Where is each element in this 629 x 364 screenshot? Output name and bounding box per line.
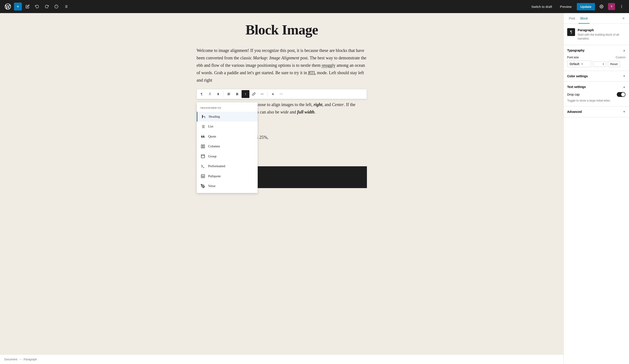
transform-item-pullquote-label: Pullquote — [208, 174, 221, 179]
transform-item-preformatted[interactable]: Preformatted — [197, 161, 258, 171]
typography-section: Typography ▲ Font size Custom Default ▼ … — [564, 45, 629, 71]
block-name: Paragraph — [578, 28, 626, 32]
columns-icon — [200, 144, 205, 149]
typography-label: Typography — [567, 49, 585, 52]
paragraph-type-button[interactable]: ¶ — [198, 90, 205, 98]
link-button[interactable] — [250, 90, 258, 98]
wp-logo[interactable] — [3, 2, 12, 11]
transform-item-columns-label: Columns — [208, 144, 220, 149]
post-body: Welcome to image alignment! If you recog… — [197, 47, 367, 188]
breadcrumb-paragraph[interactable]: Paragraph — [23, 358, 37, 361]
align-button[interactable] — [225, 90, 233, 98]
options-button[interactable]: ⋯ — [277, 90, 285, 98]
transform-item-preformatted-label: Preformatted — [208, 164, 225, 169]
bold-button[interactable]: B — [233, 90, 241, 98]
typography-section-body: Font size Custom Default ▼ ⬍ Reset — [564, 56, 629, 71]
list-icon — [200, 124, 205, 129]
drag-handle-button[interactable]: ⠿ — [206, 90, 214, 98]
color-settings-label: Color settings — [567, 74, 588, 78]
block-tab[interactable]: Block — [579, 13, 590, 24]
more-options-toolbar-button[interactable] — [258, 90, 266, 98]
svg-point-10 — [621, 5, 622, 6]
transform-item-quote[interactable]: Quote — [197, 132, 258, 142]
switch-to-draft-button[interactable]: Switch to draft — [529, 3, 555, 10]
custom-font-size-input[interactable]: ⬍ — [593, 61, 606, 67]
transform-label: TRANSFORM TO — [197, 104, 258, 112]
color-settings-chevron-icon: ▼ — [623, 75, 626, 78]
svg-point-14 — [262, 94, 263, 94]
italic-button[interactable]: I — [242, 90, 249, 98]
font-size-select[interactable]: Default ▼ — [567, 61, 591, 67]
svg-point-29 — [202, 185, 203, 186]
more-options-button[interactable] — [618, 3, 626, 10]
editor-area[interactable]: Block Image Welcome to image alignment! … — [0, 13, 564, 364]
svg-rect-27 — [201, 175, 205, 178]
custom-label: Custom — [616, 56, 626, 59]
breadcrumb-document[interactable]: Document — [4, 358, 17, 361]
svg-point-11 — [621, 6, 622, 7]
transform-item-quote-label: Quote — [208, 134, 216, 139]
block-description: Start with the building block of all nar… — [578, 33, 626, 41]
edit-mode-button[interactable] — [23, 3, 31, 10]
breadcrumb-arrow-icon: → — [19, 358, 22, 361]
font-size-label: Font size — [567, 56, 579, 59]
settings-button[interactable] — [598, 3, 606, 10]
sidebar: Post Block × ¶ Paragraph Start with the … — [564, 13, 629, 364]
more-rich-text-button[interactable]: ▾ — [269, 90, 277, 98]
transform-dropdown: TRANSFORM TO Heading List — [197, 102, 258, 193]
heading-icon — [201, 114, 206, 119]
drop-cap-row: Drop cap — [567, 92, 626, 97]
toolbar-divider-2 — [267, 91, 268, 97]
yoast-badge[interactable]: Y — [608, 3, 615, 10]
advanced-section: Advanced ▼ — [564, 106, 629, 117]
sidebar-tabs: Post Block × — [564, 13, 629, 24]
svg-rect-24 — [201, 155, 205, 158]
svg-point-13 — [261, 94, 261, 94]
move-button[interactable]: ⬍ — [214, 90, 222, 98]
sidebar-close-button[interactable]: × — [621, 15, 626, 22]
svg-rect-23 — [203, 145, 205, 148]
list-view-button[interactable] — [62, 3, 70, 10]
sidebar-block-info: ¶ Paragraph Start with the building bloc… — [564, 24, 629, 45]
color-settings-header[interactable]: Color settings ▼ — [564, 71, 629, 81]
drop-cap-description: Toggle to show a large initial letter. — [567, 99, 626, 102]
text-settings-header[interactable]: Text settings ▲ — [564, 82, 629, 92]
stepper-icon: ⬍ — [602, 63, 604, 65]
post-tab[interactable]: Post — [567, 13, 577, 24]
top-bar-left: + — [3, 2, 70, 11]
info-button[interactable] — [52, 3, 60, 10]
toolbar-divider — [223, 91, 224, 97]
transform-item-list[interactable]: List — [197, 122, 258, 132]
font-size-arrow-icon: ▼ — [581, 63, 583, 65]
preformatted-icon — [200, 164, 205, 169]
transform-item-columns[interactable]: Columns — [197, 141, 258, 151]
svg-point-15 — [263, 94, 263, 94]
svg-point-9 — [601, 6, 602, 7]
update-button[interactable]: Update — [577, 3, 595, 10]
advanced-section-header[interactable]: Advanced ▼ — [564, 106, 629, 117]
top-bar-right: Switch to draft Preview Update Y — [529, 3, 626, 10]
typography-section-header[interactable]: Typography ▲ — [564, 45, 629, 56]
text-settings-label: Text settings — [567, 85, 586, 89]
drop-cap-label: Drop cap — [567, 93, 580, 96]
svg-point-12 — [621, 8, 622, 8]
undo-button[interactable] — [33, 3, 41, 10]
transform-item-pullquote[interactable]: Pullquote — [197, 171, 258, 181]
paragraph-1: Welcome to image alignment! If you recog… — [197, 47, 367, 84]
editor-content: Block Image Welcome to image alignment! … — [197, 22, 367, 188]
color-settings-section: Color settings ▼ — [564, 71, 629, 82]
pullquote-icon — [200, 174, 205, 179]
group-icon — [200, 154, 205, 159]
drop-cap-toggle[interactable] — [617, 92, 626, 97]
text-settings-body: Drop cap Toggle to show a large initial … — [564, 92, 629, 106]
transform-item-list-label: List — [208, 124, 213, 129]
transform-item-group[interactable]: Group — [197, 151, 258, 162]
preview-button[interactable]: Preview — [557, 3, 574, 10]
text-settings-chevron-icon: ▲ — [623, 85, 626, 88]
redo-button[interactable] — [43, 3, 51, 10]
transform-item-verse[interactable]: Verse — [197, 181, 258, 191]
verse-icon — [200, 183, 205, 189]
transform-item-heading[interactable]: Heading — [197, 112, 258, 122]
reset-button[interactable]: Reset — [608, 61, 620, 67]
add-block-button[interactable]: + — [14, 3, 22, 10]
